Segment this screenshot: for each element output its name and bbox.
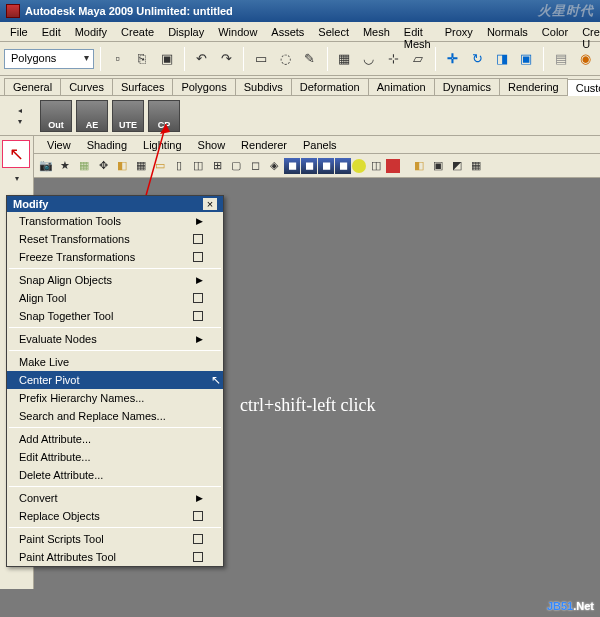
- shelf-menu-icon[interactable]: ◂: [4, 106, 36, 115]
- panel-menu-lighting[interactable]: Lighting: [136, 138, 189, 151]
- option-box-icon[interactable]: [193, 311, 203, 321]
- poly-count-icon[interactable]: ▦: [467, 157, 485, 175]
- shelf-tab-polygons[interactable]: Polygons: [172, 78, 235, 95]
- scale-icon[interactable]: ◨: [491, 47, 513, 71]
- menu-item-freeze-transformations[interactable]: Freeze Transformations: [7, 248, 223, 266]
- textured-icon[interactable]: ◼: [301, 158, 317, 174]
- shadows-icon[interactable]: [352, 159, 366, 173]
- option-box-icon[interactable]: [193, 511, 203, 521]
- menu-item-center-pivot[interactable]: Center Pivot↖: [7, 371, 223, 389]
- menu-create-u[interactable]: Create U: [576, 24, 600, 39]
- menu-create[interactable]: Create: [115, 24, 160, 39]
- safe-action-icon[interactable]: ▢: [227, 157, 245, 175]
- option-box-icon[interactable]: [193, 552, 203, 562]
- menu-item-transformation-tools[interactable]: Transformation Tools▶: [7, 212, 223, 230]
- 2d-pan-icon[interactable]: ✥: [94, 157, 112, 175]
- shelf-button-out[interactable]: Out: [40, 100, 72, 132]
- menu-modify[interactable]: Modify: [69, 24, 113, 39]
- menu-color[interactable]: Color: [536, 24, 574, 39]
- menu-select[interactable]: Select: [312, 24, 355, 39]
- new-scene-icon[interactable]: ▫: [107, 47, 129, 71]
- menu-item-search-and-replace-names[interactable]: Search and Replace Names...: [7, 407, 223, 425]
- gate-mask-icon[interactable]: ◫: [189, 157, 207, 175]
- menu-item-delete-attribute[interactable]: Delete Attribute...: [7, 466, 223, 484]
- menu-assets[interactable]: Assets: [265, 24, 310, 39]
- save-icon[interactable]: ▣: [156, 47, 178, 71]
- snap-curve-icon[interactable]: ◡: [358, 47, 380, 71]
- shelf-tab-subdivs[interactable]: Subdivs: [235, 78, 292, 95]
- menu-item-add-attribute[interactable]: Add Attribute...: [7, 430, 223, 448]
- menu-item-align-tool[interactable]: Align Tool: [7, 289, 223, 307]
- grid-icon[interactable]: ▦: [132, 157, 150, 175]
- shelf-scroll-icon[interactable]: ▾: [4, 117, 36, 126]
- option-box-icon[interactable]: [193, 534, 203, 544]
- menu-item-make-live[interactable]: Make Live: [7, 353, 223, 371]
- option-box-icon[interactable]: [193, 252, 203, 262]
- snap-point-icon[interactable]: ⊹: [383, 47, 405, 71]
- shelf-tab-surfaces[interactable]: Surfaces: [112, 78, 173, 95]
- menu-item-edit-attribute[interactable]: Edit Attribute...: [7, 448, 223, 466]
- shelf-tab-rendering[interactable]: Rendering: [499, 78, 568, 95]
- option-box-icon[interactable]: [193, 293, 203, 303]
- snap-grid-icon[interactable]: ▦: [334, 47, 356, 71]
- panel-menu-show[interactable]: Show: [191, 138, 233, 151]
- shelf-button-ae[interactable]: AE: [76, 100, 108, 132]
- camera-icon[interactable]: 📷: [37, 157, 55, 175]
- xray-icon[interactable]: ◧: [410, 157, 428, 175]
- menu-mesh[interactable]: Mesh: [357, 24, 396, 39]
- undo-icon[interactable]: ↶: [191, 47, 213, 71]
- xray-joints-icon[interactable]: ▣: [429, 157, 447, 175]
- shelf-tab-curves[interactable]: Curves: [60, 78, 113, 95]
- select-tool-icon[interactable]: ↖: [2, 140, 30, 168]
- redo-icon[interactable]: ↷: [215, 47, 237, 71]
- menu-item-convert[interactable]: Convert▶: [7, 489, 223, 507]
- menu-item-replace-objects[interactable]: Replace Objects: [7, 507, 223, 525]
- field-chart-icon[interactable]: ⊞: [208, 157, 226, 175]
- mode-selector[interactable]: Polygons: [4, 49, 94, 69]
- panel-menu-view[interactable]: View: [40, 138, 78, 151]
- panel-menu-panels[interactable]: Panels: [296, 138, 344, 151]
- snap-plane-icon[interactable]: ▱: [407, 47, 429, 71]
- shelf-tab-deformation[interactable]: Deformation: [291, 78, 369, 95]
- select-icon[interactable]: ▭: [250, 47, 272, 71]
- menu-normals[interactable]: Normals: [481, 24, 534, 39]
- smooth-shade-icon[interactable]: ◼: [284, 158, 300, 174]
- menu-window[interactable]: Window: [212, 24, 263, 39]
- grease-icon[interactable]: ◧: [113, 157, 131, 175]
- menu-item-snap-align-objects[interactable]: Snap Align Objects▶: [7, 271, 223, 289]
- menu-item-reset-transformations[interactable]: Reset Transformations: [7, 230, 223, 248]
- menu-display[interactable]: Display: [162, 24, 210, 39]
- open-icon[interactable]: ⎘: [132, 47, 154, 71]
- move-icon[interactable]: ✛: [442, 47, 464, 71]
- component-icon[interactable]: ◩: [448, 157, 466, 175]
- shelf-tab-general[interactable]: General: [4, 78, 61, 95]
- panel-menu-renderer[interactable]: Renderer: [234, 138, 294, 151]
- toolbox-expand-icon[interactable]: ▾: [2, 174, 31, 183]
- shelf-tab-dynamics[interactable]: Dynamics: [434, 78, 500, 95]
- wire-on-shaded-icon[interactable]: ◼: [318, 158, 334, 174]
- wireframe-icon[interactable]: ◈: [265, 157, 283, 175]
- menu-item-prefix-hierarchy-names[interactable]: Prefix Hierarchy Names...: [7, 389, 223, 407]
- safe-title-icon[interactable]: ◻: [246, 157, 264, 175]
- menu-file[interactable]: File: [4, 24, 34, 39]
- menu-close-icon[interactable]: ×: [203, 198, 217, 210]
- menu-item-evaluate-nodes[interactable]: Evaluate Nodes▶: [7, 330, 223, 348]
- option-box-icon[interactable]: [193, 234, 203, 244]
- menu-item-paint-scripts-tool[interactable]: Paint Scripts Tool: [7, 530, 223, 548]
- shelf-tab-animation[interactable]: Animation: [368, 78, 435, 95]
- menu-edit-mesh[interactable]: Edit Mesh: [398, 24, 437, 39]
- shelf-button-cp[interactable]: CP: [148, 100, 180, 132]
- menu-item-snap-together-tool[interactable]: Snap Together Tool: [7, 307, 223, 325]
- film-gate-icon[interactable]: ▭: [151, 157, 169, 175]
- resolution-gate-icon[interactable]: ▯: [170, 157, 188, 175]
- construction-icon[interactable]: ▤: [550, 47, 572, 71]
- paint-icon[interactable]: ✎: [299, 47, 321, 71]
- manip-icon[interactable]: ▣: [515, 47, 537, 71]
- use-lights-icon[interactable]: ◼: [335, 158, 351, 174]
- shelf-tab-custom[interactable]: Custom: [567, 79, 600, 96]
- shelf-button-ute[interactable]: UTE: [112, 100, 144, 132]
- panel-menu-shading[interactable]: Shading: [80, 138, 134, 151]
- rotate-icon[interactable]: ↻: [466, 47, 488, 71]
- menu-item-paint-attributes-tool[interactable]: Paint Attributes Tool: [7, 548, 223, 566]
- render-icon[interactable]: ◉: [575, 47, 597, 71]
